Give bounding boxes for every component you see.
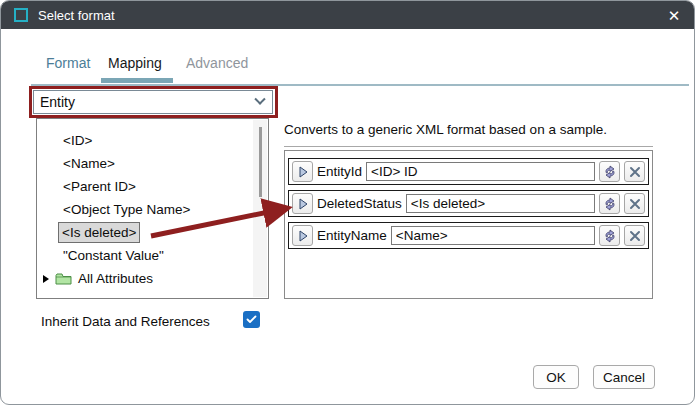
- list-item-parent-id[interactable]: <Parent ID>: [37, 175, 268, 198]
- close-button[interactable]: ✕: [654, 1, 694, 29]
- convert-cycle-icon: [603, 165, 617, 179]
- list-scrollbar-thumb[interactable]: [259, 127, 262, 197]
- play-triangle-icon: [298, 230, 308, 242]
- selected-tab-indicator: [101, 78, 173, 83]
- list-item-is-deleted[interactable]: <Is deleted>: [37, 221, 268, 244]
- convert-button[interactable]: [599, 193, 620, 214]
- expand-row-button[interactable]: [292, 161, 313, 182]
- mapping-list: EntityId DeletedStatus: [284, 150, 653, 299]
- cancel-button[interactable]: Cancel: [593, 365, 655, 389]
- list-item-label: All Attributes: [78, 267, 153, 290]
- delete-mapping-button[interactable]: [624, 161, 645, 182]
- mapping-name-label: EntityName: [317, 228, 387, 243]
- expander-triangle-icon[interactable]: [43, 275, 49, 283]
- titlebar: Select format ✕: [1, 1, 694, 29]
- play-triangle-icon: [298, 198, 308, 210]
- mapping-separator: [284, 146, 653, 147]
- tab-format[interactable]: Format: [46, 55, 90, 71]
- inherit-checkbox-label: Inherit Data and References: [41, 314, 210, 329]
- list-item-constant-value[interactable]: "Constant Value": [37, 244, 268, 267]
- mapping-name-label: EntityId: [317, 164, 362, 179]
- format-entity-dropdown[interactable]: Entity: [33, 90, 273, 114]
- x-icon: [629, 198, 641, 210]
- window-title: Select format: [38, 8, 115, 23]
- list-item-all-attributes[interactable]: All Attributes: [37, 267, 268, 290]
- mapping-row-entityname: EntityName: [288, 222, 649, 249]
- list-scrollbar[interactable]: [253, 120, 267, 297]
- expand-row-button[interactable]: [292, 193, 313, 214]
- tabs-divider-line: [31, 84, 689, 86]
- tab-mapping[interactable]: Mapping: [108, 55, 162, 71]
- tab-advanced[interactable]: Advanced: [186, 55, 248, 71]
- delete-mapping-button[interactable]: [624, 225, 645, 246]
- mapping-name-label: DeletedStatus: [317, 196, 402, 211]
- source-fields-list: <ID> <Name> <Parent ID> <Object Type Nam…: [36, 118, 269, 299]
- select-format-dialog: Select format ✕ Format Mapping Advanced …: [0, 0, 695, 405]
- selected-item-box: <Is deleted>: [58, 222, 140, 243]
- inherit-checkbox[interactable]: [243, 311, 260, 328]
- checkmark-icon: [246, 315, 257, 324]
- convert-cycle-icon: [603, 197, 617, 211]
- convert-cycle-icon: [603, 229, 617, 243]
- mapping-row-deletedstatus: DeletedStatus: [288, 190, 649, 217]
- close-icon: ✕: [668, 8, 681, 23]
- mapping-source-input[interactable]: [366, 162, 595, 181]
- folder-icon: [55, 272, 72, 285]
- app-icon: [14, 8, 28, 22]
- delete-mapping-button[interactable]: [624, 193, 645, 214]
- convert-button[interactable]: [599, 161, 620, 182]
- dropdown-value: Entity: [40, 94, 75, 110]
- mapping-description: Converts to a generic XML format based o…: [284, 122, 607, 137]
- x-icon: [629, 230, 641, 242]
- chevron-down-icon: [254, 94, 265, 105]
- list-item-id[interactable]: <ID>: [37, 129, 268, 152]
- convert-button[interactable]: [599, 225, 620, 246]
- list-item-object-type-name[interactable]: <Object Type Name>: [37, 198, 268, 221]
- list-item-name[interactable]: <Name>: [37, 152, 268, 175]
- mapping-source-input[interactable]: [391, 226, 595, 245]
- expand-row-button[interactable]: [292, 225, 313, 246]
- ok-button[interactable]: OK: [533, 365, 579, 389]
- mapping-source-input[interactable]: [406, 194, 595, 213]
- play-triangle-icon: [298, 166, 308, 178]
- x-icon: [629, 166, 641, 178]
- mapping-row-entityid: EntityId: [288, 158, 649, 185]
